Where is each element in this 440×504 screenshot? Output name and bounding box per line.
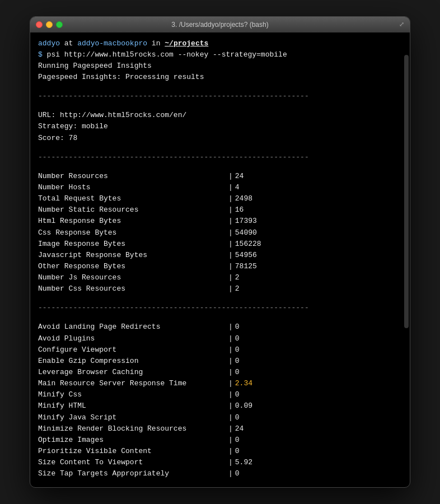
rules-value: 5.92 <box>235 457 252 468</box>
prompt-line: addyo at addyo-macbookpro in ~/projects <box>38 38 402 49</box>
stats-value: 78125 <box>235 261 257 272</box>
pipe-icon: | <box>228 367 233 378</box>
maximize-button[interactable] <box>56 21 63 28</box>
pipe-icon: | <box>228 356 233 367</box>
stats-row: Number Static Resources | 16 <box>38 204 402 216</box>
output-line-1: Running Pagespeed Insights <box>38 60 402 72</box>
rules-row: Optimize Images | 0 <box>38 435 402 446</box>
rules-label: Avoid Landing Page Redirects <box>38 321 228 333</box>
divider-2: ----------------------------------------… <box>38 152 402 163</box>
url-line: URL: http://www.html5rocks.com/en/ <box>38 110 402 121</box>
pipe-icon: | <box>228 344 233 356</box>
stats-row: Html Response Bytes | 17393 <box>38 216 402 227</box>
stats-value: 54956 <box>235 250 257 261</box>
rules-value: 0 <box>235 412 240 423</box>
pipe-icon: | <box>228 468 233 479</box>
stats-value: 2 <box>235 283 240 295</box>
window-controls[interactable] <box>36 21 63 28</box>
rules-row: Minify Java Script | 0 <box>38 412 402 423</box>
stats-row: Number Hosts | 4 <box>38 182 402 193</box>
pipe-icon: | <box>228 389 233 400</box>
rules-value: 0 <box>235 389 240 400</box>
rules-label: Prioritize Visible Content <box>38 446 228 457</box>
stats-row: Image Response Bytes | 156228 <box>38 239 402 250</box>
pipe-icon: | <box>228 182 233 193</box>
pipe-icon: | <box>228 250 233 261</box>
rules-row: Prioritize Visible Content | 0 <box>38 446 402 457</box>
minimize-button[interactable] <box>46 21 53 28</box>
stats-row: Other Response Bytes | 78125 <box>38 261 402 272</box>
rules-label: Size Tap Targets Appropriately <box>38 468 228 479</box>
scrollbar[interactable] <box>404 55 409 328</box>
pipe-icon: | <box>228 321 233 333</box>
rules-label: Minimize Render Blocking Resources <box>38 423 228 435</box>
rules-value: 24 <box>235 423 244 435</box>
terminal-body[interactable]: addyo at addyo-macbookpro in ~/projects … <box>30 32 410 488</box>
rules-value: 2.34 <box>235 378 252 389</box>
rules-row: Main Resource Server Response Time | 2.3… <box>38 378 402 389</box>
titlebar: 3. /Users/addyo/projects? (bash) ⤢ <box>30 17 410 32</box>
prompt-user: addyo <box>38 39 60 48</box>
rules-label: Minify Java Script <box>38 412 228 423</box>
rules-label: Minify HTML <box>38 400 228 412</box>
stats-label: Number Css Resources <box>38 283 228 295</box>
prompt-dollar: $ <box>38 50 47 59</box>
stats-label: Html Response Bytes <box>38 216 228 227</box>
rules-row: Minimize Render Blocking Resources | 24 <box>38 423 402 435</box>
rules-row: Leverage Browser Caching | 0 <box>38 367 402 378</box>
window-title: 3. /Users/addyo/projects? (bash) <box>171 21 268 29</box>
pipe-icon: | <box>228 261 233 272</box>
stats-value: 2498 <box>235 193 252 204</box>
close-button[interactable] <box>36 21 43 28</box>
stats-value: 156228 <box>235 239 261 250</box>
pipe-icon: | <box>228 193 233 204</box>
prompt-path: ~/projects <box>165 39 208 48</box>
rules-table: Avoid Landing Page Redirects | 0Avoid Pl… <box>38 321 402 479</box>
pipe-icon: | <box>228 272 233 283</box>
stats-label: Total Request Bytes <box>38 193 228 204</box>
stats-value: 24 <box>235 171 244 182</box>
rules-value: 0 <box>235 446 240 457</box>
stats-row: Css Response Bytes | 54090 <box>38 227 402 239</box>
rules-row: Size Content To Viewport | 5.92 <box>38 457 402 468</box>
stats-label: Css Response Bytes <box>38 227 228 239</box>
stats-label: Image Response Bytes <box>38 239 228 250</box>
pipe-icon: | <box>228 333 233 344</box>
rules-label: Optimize Images <box>38 435 228 446</box>
pipe-icon: | <box>228 239 233 250</box>
expand-icon[interactable]: ⤢ <box>399 21 404 28</box>
stats-value: 2 <box>235 272 240 283</box>
stats-label: Number Hosts <box>38 182 228 193</box>
stats-row: Number Resources | 24 <box>38 171 402 182</box>
command-text: psi http://www.html5rocks.com --nokey --… <box>47 50 287 59</box>
rules-value: 0 <box>235 367 240 378</box>
prompt-host: addyo-macbookpro <box>77 39 147 48</box>
terminal-window: 3. /Users/addyo/projects? (bash) ⤢ addyo… <box>30 16 410 488</box>
stats-value: 4 <box>235 182 240 193</box>
stats-row: Number Js Resources | 2 <box>38 272 402 283</box>
stats-value: 54090 <box>235 227 257 239</box>
rules-row: Enable Gzip Compression | 0 <box>38 356 402 367</box>
command-line: $ psi http://www.html5rocks.com --nokey … <box>38 49 402 60</box>
stats-table: Number Resources | 24Number Hosts | 4Tot… <box>38 171 402 295</box>
stats-row: Number Css Resources | 2 <box>38 283 402 295</box>
stats-label: Other Response Bytes <box>38 261 228 272</box>
divider-3: ----------------------------------------… <box>38 302 402 314</box>
rules-value: 0 <box>235 468 240 479</box>
rules-label: Minify Css <box>38 389 228 400</box>
rules-row: Avoid Plugins | 0 <box>38 333 402 344</box>
pipe-icon: | <box>228 204 233 216</box>
pipe-icon: | <box>228 378 233 389</box>
strategy-line: Strategy: mobile <box>38 121 402 132</box>
pipe-icon: | <box>228 457 233 468</box>
rules-label: Leverage Browser Caching <box>38 367 228 378</box>
rules-row: Configure Viewport | 0 <box>38 344 402 356</box>
rules-value: 0 <box>235 321 240 333</box>
rules-label: Configure Viewport <box>38 344 228 356</box>
rules-row: Size Tap Targets Appropriately | 0 <box>38 468 402 479</box>
stats-label: Javascript Response Bytes <box>38 250 228 261</box>
pipe-icon: | <box>228 435 233 446</box>
pipe-icon: | <box>228 171 233 182</box>
rules-row: Minify HTML | 0.09 <box>38 400 402 412</box>
pipe-icon: | <box>228 423 233 435</box>
